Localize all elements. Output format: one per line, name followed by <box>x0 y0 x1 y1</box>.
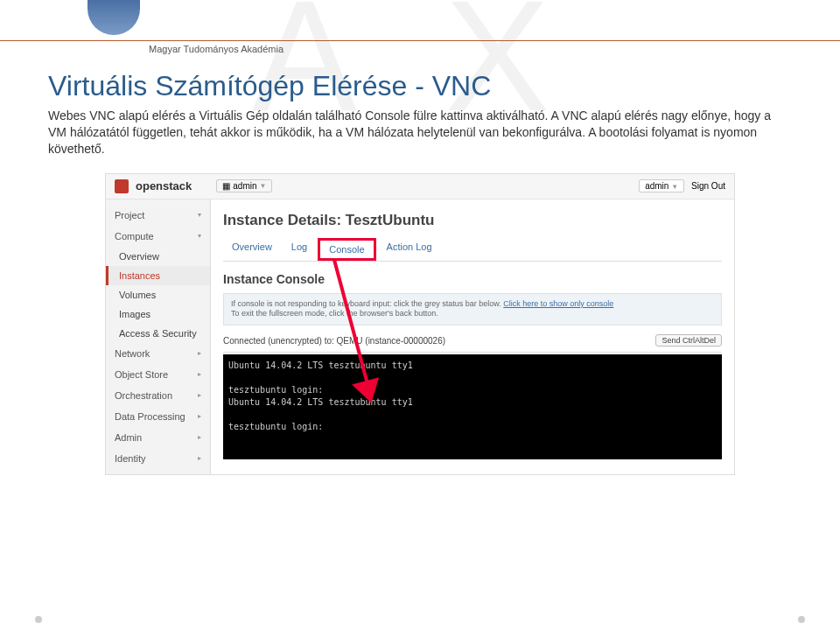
sidebar-group-identity[interactable]: Identity ▸ <box>106 448 210 469</box>
panel-title: Instance Console <box>223 272 722 286</box>
vnc-terminal[interactable]: Ubuntu 14.04.2 LTS tesztubuntu tty1 tesz… <box>223 354 722 459</box>
chevron-down-icon: ▾ <box>198 211 201 219</box>
sidebar-label: Network <box>115 348 150 359</box>
sidebar-label: Data Processing <box>115 411 186 422</box>
sidebar-group-admin[interactable]: Admin ▸ <box>106 427 210 448</box>
sidebar: Project ▾ Compute ▾ Overview Instances V… <box>106 200 211 474</box>
sidebar-item-overview[interactable]: Overview <box>106 247 210 266</box>
domain-label: admin <box>233 181 256 191</box>
sidebar-label: Identity <box>115 453 145 464</box>
sidebar-group-network[interactable]: Network ▸ <box>106 343 210 364</box>
sidebar-label: Project <box>115 210 144 220</box>
tabs: Overview Log Console Action Log <box>223 238 722 262</box>
chevron-right-icon: ▸ <box>198 370 201 378</box>
sidebar-label: Compute <box>115 231 154 242</box>
sidebar-group-compute[interactable]: Compute ▾ <box>106 226 210 247</box>
openstack-brand: openstack <box>136 179 192 192</box>
tab-action-log[interactable]: Action Log <box>378 238 441 261</box>
console-hint: If console is not responding to keyboard… <box>223 293 722 326</box>
tab-log[interactable]: Log <box>283 238 316 261</box>
connection-status: Connected (unencrypted) to: QEMU (instan… <box>223 336 445 346</box>
tab-console[interactable]: Console <box>318 238 375 261</box>
sidebar-item-volumes[interactable]: Volumes <box>106 285 210 304</box>
openstack-screenshot: openstack ▦ admin ▼ admin ▼ Sign Out Pro… <box>105 173 735 475</box>
chevron-down-icon: ▼ <box>260 182 267 190</box>
os-header: openstack ▦ admin ▼ admin ▼ Sign Out <box>106 174 734 200</box>
hint-line2: To exit the fullscreen mode, click the b… <box>231 309 438 318</box>
user-menu[interactable]: admin ▼ <box>639 179 684 192</box>
connection-status-row: Connected (unencrypted) to: QEMU (instan… <box>223 331 722 353</box>
footer-dot-left <box>35 616 42 623</box>
sidebar-group-object-store[interactable]: Object Store ▸ <box>106 364 210 385</box>
sidebar-group-data-processing[interactable]: Data Processing ▸ <box>106 406 210 427</box>
org-label: Magyar Tudományos Akadémia <box>149 44 284 54</box>
domain-selector[interactable]: ▦ admin ▼ <box>216 179 272 192</box>
show-only-console-link[interactable]: Click here to show only console <box>503 299 613 308</box>
page-title: Virtuális Számítógép Elérése - VNC <box>48 70 792 102</box>
sidebar-label: Object Store <box>115 369 168 380</box>
user-label: admin <box>645 181 668 191</box>
chevron-right-icon: ▸ <box>198 391 201 399</box>
sidebar-group-orchestration[interactable]: Orchestration ▸ <box>106 385 210 406</box>
header-divider <box>0 40 840 41</box>
footer-dot-right <box>798 616 805 623</box>
sidebar-item-instances[interactable]: Instances <box>106 266 210 285</box>
instance-title: Instance Details: TesztUbuntu <box>223 212 722 229</box>
chevron-right-icon: ▸ <box>198 412 201 420</box>
sidebar-item-access-security[interactable]: Access & Security <box>106 324 210 343</box>
chevron-right-icon: ▸ <box>198 454 201 462</box>
domain-box-icon: ▦ <box>222 181 230 191</box>
main-panel: Instance Details: TesztUbuntu Overview L… <box>211 200 734 474</box>
chevron-right-icon: ▸ <box>198 349 201 357</box>
openstack-logo-icon <box>115 179 129 193</box>
send-ctrlaltdel-button[interactable]: Send CtrlAltDel <box>655 334 722 346</box>
page-paragraph: Webes VNC alapú elérés a Virtuális Gép o… <box>48 108 792 158</box>
sidebar-label: Orchestration <box>115 390 172 401</box>
hint-line1: If console is not responding to keyboard… <box>231 299 503 308</box>
chevron-right-icon: ▸ <box>198 433 201 441</box>
chevron-down-icon: ▾ <box>198 232 201 240</box>
sign-out-link[interactable]: Sign Out <box>691 181 725 191</box>
tab-overview[interactable]: Overview <box>223 238 281 261</box>
header-decor <box>88 0 140 35</box>
sidebar-group-project[interactable]: Project ▾ <box>106 205 210 226</box>
sidebar-label: Admin <box>115 432 142 443</box>
sidebar-item-images[interactable]: Images <box>106 304 210 324</box>
chevron-down-icon: ▼ <box>671 183 678 191</box>
